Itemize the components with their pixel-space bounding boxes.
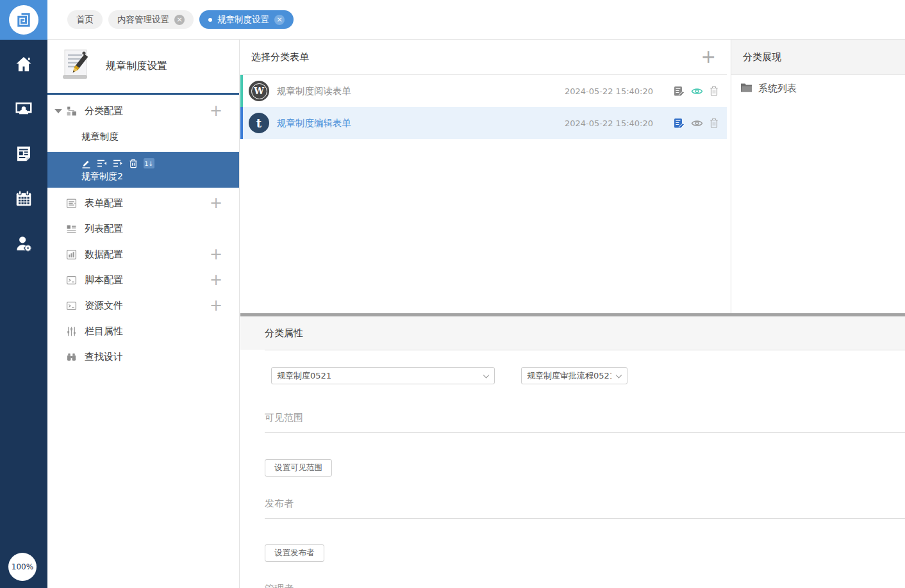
trash-icon[interactable] [710,86,718,96]
trash-icon[interactable] [129,159,138,168]
tree-item-list-config[interactable]: 列表配置 [47,216,239,241]
tab-home[interactable]: 首页 [67,10,103,29]
form-select-wrap: 规章制度0521 [271,367,495,384]
app-rail: 100% [0,0,47,588]
tree-item-label: 规章制度2 [81,171,229,183]
preview-eye-icon[interactable] [691,119,703,127]
list-icon [66,224,77,234]
sort-order-icon[interactable]: 1↓ [144,158,154,168]
binoculars-icon [66,352,77,363]
category-props-panel: 分类属性 规章制度0521 规章制度审批流程0521 可见范围 设置可见范围 发… [240,316,905,588]
add-icon[interactable]: + [210,195,222,211]
props-header: 分类属性 [240,316,905,350]
tree-item-category-config[interactable]: 分类配置 + [47,98,239,124]
tree-item-label: 规章制度 [81,131,119,143]
tree-item-label: 脚本配置 [85,274,123,286]
form-timestamp: 2024-05-22 15:40:20 [565,86,653,96]
add-form-icon[interactable]: + [701,48,716,66]
calendar-icon [14,189,33,211]
module-title: 规章制度设置 [106,60,167,73]
app-logo[interactable] [0,0,47,40]
tree-item-label: 资源文件 [85,300,123,312]
news-icon [14,144,33,166]
edit-form-icon[interactable] [674,118,685,129]
tab-label: 首页 [76,14,94,26]
form-name[interactable]: 规章制度编辑表单 [277,117,351,129]
nav-user-monitor[interactable] [0,88,47,133]
add-icon[interactable]: + [210,298,222,313]
workflow-select-wrap: 规章制度审批流程0521 [521,367,627,384]
set-publisher-button[interactable]: 设置发布者 [265,544,324,562]
nav-home[interactable] [0,43,47,88]
publisher-label: 发布者 [265,498,905,510]
module-header: 规章制度设置 [47,40,239,95]
zoom-level-badge[interactable]: 100% [8,553,37,581]
tab-content-settings[interactable]: 内容管理设置 × [108,10,194,29]
form-row-edit[interactable]: t 规章制度编辑表单 2024-05-22 15:40:20 [240,107,727,139]
panel-title: 分类展现 [743,51,781,63]
add-icon[interactable]: + [210,272,222,288]
add-icon[interactable]: + [210,103,222,118]
sliders-icon [66,326,77,337]
sitemap-icon [66,106,77,117]
tree-item-form-config[interactable]: 表单配置 + [47,190,239,216]
indent-right-icon[interactable] [113,159,123,168]
display-panel: 分类展现 系统列表 [731,40,905,314]
divider [265,432,905,433]
tree-item-label: 表单配置 [85,197,123,209]
notepad-pencil-icon [58,47,94,86]
module-panel: 规章制度设置 分类配置 + 规章制度 [47,40,240,588]
nav-user-settings[interactable] [0,222,47,267]
user-settings-icon [14,234,33,256]
tree-item-rules[interactable]: 规章制度 [47,124,239,149]
form-name[interactable]: 规章制度阅读表单 [277,85,351,97]
display-item-label: 系统列表 [758,83,797,95]
config-tree: 分类配置 + 规章制度 [47,95,239,370]
active-dot-icon [208,18,212,22]
form-select-header: 选择分类表单 + [240,40,727,75]
tree-item-resource-files[interactable]: 资源文件 + [47,293,239,318]
breadcrumb-tabbar: 首页 内容管理设置 × 规章制度设置 × [47,0,905,40]
nav-news[interactable] [0,133,47,177]
close-icon[interactable]: × [174,15,185,25]
preview-eye-icon[interactable] [691,87,703,95]
set-visible-range-button[interactable]: 设置可见范围 [265,459,332,477]
nav-calendar[interactable] [0,177,47,222]
tree-item-data-config[interactable]: 数据配置 + [47,241,239,267]
manager-label: 管理者 [265,583,905,588]
tree-item-label: 列表配置 [85,223,123,235]
form-icon [66,198,77,209]
divider [265,518,905,519]
home-icon [14,54,33,76]
panel-title: 选择分类表单 [251,51,309,63]
indent-left-icon[interactable] [97,159,107,168]
terminal-icon [66,275,77,286]
user-monitor-icon [14,99,33,121]
edit-form-icon[interactable] [674,86,685,97]
chevron-down-icon[interactable] [54,109,62,113]
form-row-read[interactable]: W 规章制度阅读表单 2024-05-22 15:40:20 [240,75,727,107]
form-timestamp: 2024-05-22 15:40:20 [565,118,653,128]
category-form-select[interactable]: 规章制度0521 [271,367,495,384]
display-item-system-list[interactable]: 系统列表 [731,75,905,102]
form-select-panel: 选择分类表单 + W 规章制度阅读表单 2024-05-22 15:40:20 [240,40,731,314]
display-panel-header: 分类展现 [731,40,905,75]
tree-item-label: 数据配置 [85,249,123,261]
trash-icon[interactable] [710,118,718,128]
avatar: t [249,113,269,133]
add-icon[interactable]: + [210,247,222,262]
tree-item-label: 分类配置 [85,105,123,117]
close-icon[interactable]: × [274,15,285,25]
tree-item-label: 栏目属性 [85,325,123,338]
tab-label: 规章制度设置 [217,14,269,26]
avatar: W [249,81,269,101]
approval-workflow-select[interactable]: 规章制度审批流程0521 [521,367,627,384]
tree-item-column-props[interactable]: 栏目属性 [47,318,239,344]
tab-label: 内容管理设置 [117,14,169,26]
tree-item-script-config[interactable]: 脚本配置 + [47,267,239,293]
tab-rules-settings[interactable]: 规章制度设置 × [199,10,294,29]
edit-icon[interactable] [81,159,91,168]
tree-item-search-design[interactable]: 查找设计 [47,344,239,370]
tree-item-rules2-selected[interactable]: 1↓ 规章制度2 [47,152,239,188]
folder-icon [740,83,752,95]
